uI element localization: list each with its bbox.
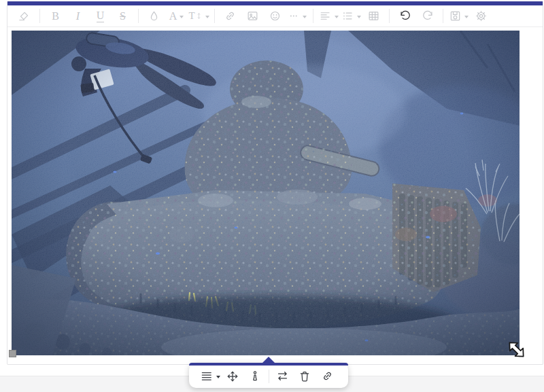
toolbar-group: BIUS <box>44 7 134 25</box>
insert-link-button[interactable] <box>219 7 241 25</box>
image-alt-text-button[interactable] <box>244 366 267 386</box>
caret-down-icon <box>303 16 307 18</box>
font-family-icon: A <box>169 11 177 22</box>
caret-down-icon <box>357 16 361 18</box>
toolbar-group: AT <box>143 7 210 25</box>
image-icon <box>246 10 259 22</box>
toolbar-separator <box>138 9 139 23</box>
emoticons-button[interactable] <box>264 7 286 25</box>
nwse-resize-cursor <box>506 339 527 360</box>
replace-icon <box>275 369 290 383</box>
undo-button[interactable] <box>394 7 416 25</box>
underline-icon: U <box>97 10 105 22</box>
trash-icon <box>298 370 311 383</box>
image-link-button[interactable] <box>316 366 339 386</box>
popup-button-row <box>189 366 348 387</box>
redo-icon <box>421 10 435 23</box>
popup-arrow <box>262 357 275 363</box>
format-list-button[interactable] <box>340 7 362 25</box>
italic-icon: I <box>76 11 80 22</box>
toolbar-group <box>13 7 35 25</box>
caret-down-icon <box>180 16 184 18</box>
redo-button[interactable] <box>416 7 439 25</box>
inserted-image[interactable] <box>12 31 520 355</box>
strikethrough-icon: S <box>120 11 126 22</box>
ellipsis-icon <box>288 10 300 22</box>
top-toolbar: BIUSAT <box>7 5 543 27</box>
toolbar-separator <box>389 9 390 23</box>
caret-down-icon <box>464 16 469 18</box>
emoji-icon <box>269 10 282 22</box>
link-icon <box>321 370 334 382</box>
droplet-icon <box>148 10 160 22</box>
editor-screen: BIUSAT <box>0 0 544 392</box>
strikethrough-button[interactable]: S <box>112 7 134 25</box>
toolbar-group <box>318 7 385 25</box>
alt-text-icon <box>248 370 262 383</box>
table-icon <box>367 10 380 22</box>
caret-down-icon <box>205 16 209 18</box>
toolbar-group <box>219 7 309 25</box>
clear-formatting-button[interactable] <box>13 7 35 25</box>
toolbar-group <box>447 7 492 25</box>
toolbar-separator <box>214 9 215 23</box>
image-align-button[interactable] <box>199 366 222 386</box>
bold-button[interactable]: B <box>44 7 67 25</box>
undo-icon <box>398 10 412 23</box>
wreck-photo-graphic <box>12 31 520 355</box>
underline-button[interactable]: U <box>89 7 112 25</box>
image-resize-handle[interactable] <box>9 350 16 357</box>
updown-arrow-icon <box>195 11 203 21</box>
popup-separator <box>269 370 269 383</box>
italic-button[interactable]: I <box>67 7 89 25</box>
toolbar-separator <box>313 9 313 23</box>
more-misc-button[interactable] <box>286 7 309 25</box>
align-button[interactable] <box>318 7 340 25</box>
insert-table-button[interactable] <box>362 7 385 25</box>
align-left-icon <box>319 10 332 22</box>
gear-icon <box>475 10 488 22</box>
settings-button[interactable] <box>470 7 492 25</box>
list-icon <box>341 10 354 22</box>
font-size-icon: T <box>188 11 194 21</box>
link-icon <box>224 10 237 22</box>
caret-down-icon <box>335 16 339 18</box>
bold-icon: B <box>52 11 59 22</box>
image-display-button[interactable] <box>222 366 244 386</box>
toolbar-separator <box>443 9 443 23</box>
save-button[interactable] <box>447 7 470 25</box>
image-remove-button[interactable] <box>294 366 316 386</box>
move-icon <box>226 370 239 383</box>
text-color-button[interactable] <box>143 7 165 25</box>
caret-down-icon <box>216 376 220 378</box>
insert-image-button[interactable] <box>241 7 264 25</box>
font-family-button[interactable]: A <box>165 7 188 25</box>
eraser-icon <box>18 10 31 22</box>
save-icon <box>449 10 462 22</box>
font-size-button[interactable]: T <box>188 7 210 25</box>
toolbar-separator <box>39 9 40 23</box>
image-replace-button[interactable] <box>271 366 294 386</box>
toolbar-group <box>394 7 439 25</box>
image-popup-toolbar <box>189 363 348 388</box>
align-justify-icon <box>200 370 214 383</box>
